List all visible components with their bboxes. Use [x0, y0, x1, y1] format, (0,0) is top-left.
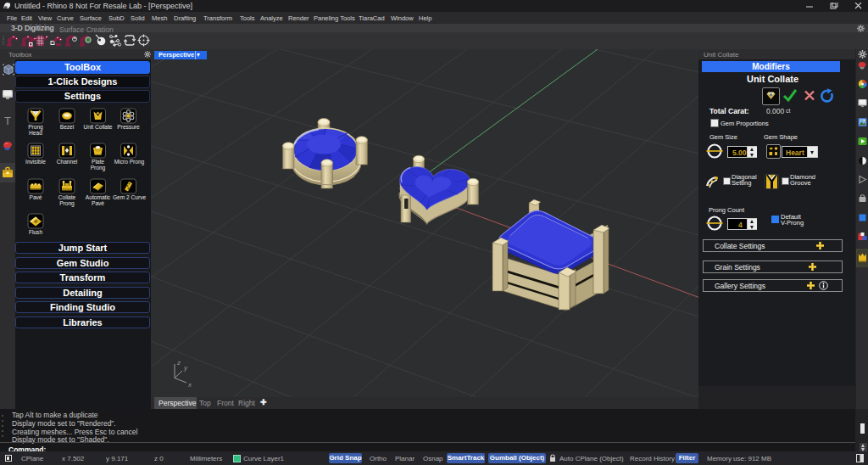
svg-text:T: T — [4, 115, 11, 127]
svg-text:y: y — [183, 364, 188, 372]
svg-text:x: x — [187, 381, 192, 389]
svg-text:z: z — [176, 359, 181, 367]
